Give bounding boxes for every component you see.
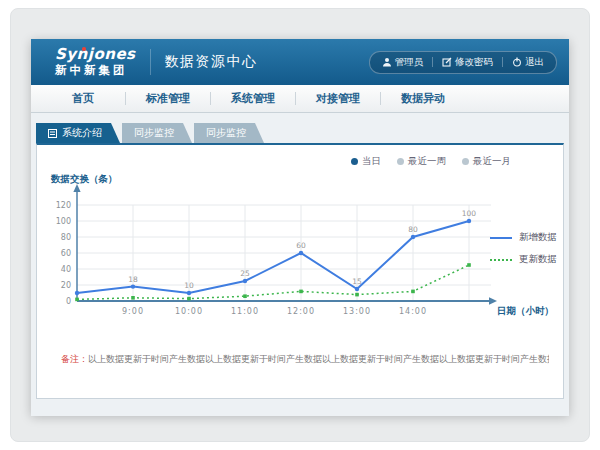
- logo-subtext: 新中新集团: [55, 65, 136, 77]
- document-icon: [48, 129, 57, 138]
- radio-label: 最近一周: [408, 155, 446, 168]
- logout-button[interactable]: 退出: [512, 56, 544, 69]
- user-menu: 管理员 修改密码 退出: [369, 51, 558, 74]
- svg-text:40: 40: [61, 265, 71, 274]
- svg-text:14:00: 14:00: [399, 307, 427, 316]
- svg-text:100: 100: [462, 209, 477, 218]
- nav-item-home[interactable]: 首页: [41, 85, 125, 112]
- line-chart: 0204060801001209:0010:0011:0012:0013:001…: [47, 171, 567, 327]
- chart-area: 0204060801001209:0010:0011:0012:0013:001…: [47, 171, 567, 327]
- pill-divider: [502, 57, 503, 67]
- svg-text:15: 15: [352, 277, 362, 286]
- legend-item-new-data: 新增数据: [490, 231, 557, 244]
- logo[interactable]: Synjones 新中新集团: [55, 47, 136, 77]
- svg-text:60: 60: [61, 249, 71, 258]
- tab-label: 同步监控: [206, 126, 246, 140]
- nav-item-data-change[interactable]: 数据异动: [381, 85, 465, 112]
- svg-text:12:00: 12:00: [287, 307, 315, 316]
- tab-system-intro[interactable]: 系统介绍: [36, 123, 120, 143]
- svg-text:18: 18: [128, 275, 138, 284]
- svg-text:9:00: 9:00: [122, 307, 144, 316]
- legend-label: 新增数据: [519, 231, 557, 244]
- solid-line-swatch-icon: [490, 237, 512, 239]
- logo-accent-dot: [82, 47, 86, 51]
- svg-text:20: 20: [61, 281, 71, 290]
- user-icon: [382, 57, 392, 67]
- nav-item-interface-mgmt[interactable]: 对接管理: [296, 85, 380, 112]
- chart-legend: 新增数据 更新数据: [490, 231, 557, 275]
- footnote-prefix: 备注：: [61, 354, 88, 364]
- footnote-text: 以上数据更新于时间产生数据以上数据更新于时间产生数据以上数据更新于时间产生数据以…: [88, 354, 549, 364]
- user-label: 管理员: [395, 56, 424, 69]
- svg-text:60: 60: [296, 241, 306, 250]
- svg-text:11:00: 11:00: [231, 307, 259, 316]
- change-password-button[interactable]: 修改密码: [442, 56, 493, 69]
- time-range-filter: 当日 最近一周 最近一月: [351, 155, 511, 168]
- tab-label: 同步监控: [134, 126, 174, 140]
- app-page: Synjones 新中新集团 数据资源中心 管理员 修改密: [31, 39, 569, 415]
- nav-item-system-mgmt[interactable]: 系统管理: [211, 85, 295, 112]
- page-title: 数据资源中心: [165, 53, 258, 71]
- radio-today[interactable]: 当日: [351, 155, 381, 168]
- content-area: 系统介绍 同步监控 同步监控 当日 最近一周: [31, 113, 569, 416]
- svg-text:80: 80: [408, 225, 418, 234]
- browser-frame: Synjones 新中新集团 数据资源中心 管理员 修改密: [10, 8, 590, 442]
- svg-text:25: 25: [240, 269, 250, 278]
- legend-label: 更新数据: [519, 253, 557, 266]
- tab-sync-monitor-1[interactable]: 同步监控: [122, 123, 192, 143]
- edit-icon: [442, 57, 452, 67]
- tab-sync-monitor-2[interactable]: 同步监控: [194, 123, 264, 143]
- pill-divider: [432, 57, 433, 67]
- tab-label: 系统介绍: [62, 126, 102, 140]
- header-divider: [150, 49, 151, 75]
- app-header: Synjones 新中新集团 数据资源中心 管理员 修改密: [31, 39, 569, 85]
- user-button[interactable]: 管理员: [382, 56, 424, 69]
- logout-label: 退出: [525, 56, 544, 69]
- svg-text:13:00: 13:00: [343, 307, 371, 316]
- change-password-label: 修改密码: [455, 56, 493, 69]
- chart-panel: 当日 最近一周 最近一月 0204060801001209:0010:0011:…: [36, 143, 564, 399]
- svg-text:日期（小时）: 日期（小时）: [497, 305, 554, 317]
- svg-text:10:00: 10:00: [175, 307, 203, 316]
- svg-text:10: 10: [184, 281, 194, 290]
- svg-text:0: 0: [66, 297, 71, 306]
- radio-dot-icon: [462, 158, 469, 165]
- nav-item-standard-mgmt[interactable]: 标准管理: [126, 85, 210, 112]
- legend-item-updated-data: 更新数据: [490, 253, 557, 266]
- svg-text:80: 80: [61, 233, 71, 242]
- svg-text:100: 100: [56, 217, 71, 226]
- logo-text: Synjones: [55, 47, 136, 62]
- radio-label: 当日: [362, 155, 381, 168]
- radio-dot-icon: [351, 158, 358, 165]
- tab-bar: 系统介绍 同步监控 同步监控: [36, 123, 564, 143]
- main-nav: 首页 标准管理 系统管理 对接管理 数据异动: [31, 85, 569, 113]
- svg-text:数据交换（条）: 数据交换（条）: [50, 173, 118, 185]
- radio-dot-icon: [397, 158, 404, 165]
- radio-last-month[interactable]: 最近一月: [462, 155, 511, 168]
- power-icon: [512, 57, 522, 67]
- footnote: 备注：以上数据更新于时间产生数据以上数据更新于时间产生数据以上数据更新于时间产生…: [61, 353, 549, 366]
- radio-last-week[interactable]: 最近一周: [397, 155, 446, 168]
- svg-text:120: 120: [56, 201, 71, 210]
- dotted-line-swatch-icon: [490, 259, 512, 261]
- radio-label: 最近一月: [473, 155, 511, 168]
